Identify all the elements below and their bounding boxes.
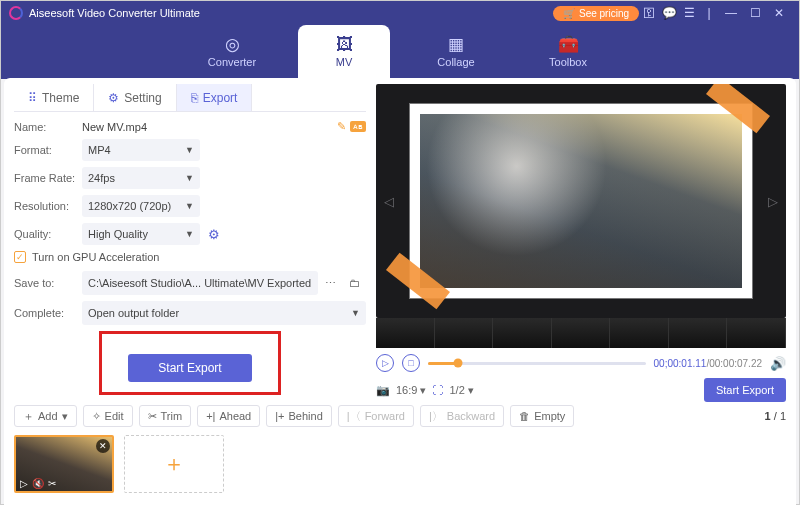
start-export-button[interactable]: Start Export xyxy=(128,354,252,382)
open-folder-icon[interactable]: 🗀 xyxy=(342,277,366,289)
framerate-label: Frame Rate: xyxy=(14,172,82,184)
clip-thumbnail[interactable]: ✕ ▷ 🔇 ✂ xyxy=(14,435,114,493)
minimize-button[interactable]: — xyxy=(719,6,743,20)
framerate-select[interactable]: 24fps▼ xyxy=(82,167,200,189)
tab-collage[interactable]: ▦ Collage xyxy=(410,25,502,79)
empty-button[interactable]: 🗑Empty xyxy=(510,405,574,427)
framerate-value: 24fps xyxy=(88,172,115,184)
quality-settings-icon[interactable]: ⚙ xyxy=(208,227,220,242)
complete-select[interactable]: Open output folder ▼ xyxy=(82,301,366,325)
clip-area: ＋Add▾ ✧Edit ✂Trim +|Ahead |+Behind |〈For… xyxy=(14,395,786,493)
app-title: Aiseesoft Video Converter Ultimate xyxy=(29,7,200,19)
trim-button[interactable]: ✂Trim xyxy=(139,405,192,427)
pager: 1 / 1 xyxy=(765,410,786,422)
prev-arrow-icon[interactable]: ◁ xyxy=(384,194,394,209)
subtab-theme[interactable]: ⠿Theme xyxy=(14,84,94,111)
add-button[interactable]: ＋Add▾ xyxy=(14,405,77,427)
complete-value: Open output folder xyxy=(88,307,179,319)
cart-icon: 🛒 xyxy=(563,8,575,19)
forward-icon: |〈 xyxy=(347,409,361,424)
resolution-label: Resolution: xyxy=(14,200,82,212)
resolution-select[interactable]: 1280x720 (720p)▼ xyxy=(82,195,200,217)
play-icon[interactable]: ▷ xyxy=(20,478,28,489)
preview-frame xyxy=(410,104,752,298)
collage-icon: ▦ xyxy=(448,36,464,53)
tab-label: MV xyxy=(336,56,353,68)
subtab-label: Export xyxy=(203,91,238,105)
browse-button[interactable]: ⋯ xyxy=(318,277,342,290)
plus-icon: ＋ xyxy=(23,409,34,424)
quality-select[interactable]: High Quality▼ xyxy=(82,223,200,245)
gpu-label: Turn on GPU Acceleration xyxy=(32,251,159,263)
content-area: ⠿Theme ⚙Setting ⎘Export Name: New MV.mp4… xyxy=(4,78,796,505)
export-panel: ⠿Theme ⚙Setting ⎘Export Name: New MV.mp4… xyxy=(14,84,366,395)
seek-slider[interactable] xyxy=(428,362,646,365)
menu-icon[interactable]: ☰ xyxy=(679,6,699,20)
maximize-button[interactable]: ☐ xyxy=(743,6,767,20)
snapshot-icon[interactable]: 📷 xyxy=(376,384,390,397)
format-select[interactable]: MP4▼ xyxy=(82,139,200,161)
video-preview[interactable]: ◁ ▷ xyxy=(376,84,786,318)
backward-button[interactable]: |〉Backward xyxy=(420,405,504,427)
checkbox-checked-icon: ✓ xyxy=(14,251,26,263)
subtab-export[interactable]: ⎘Export xyxy=(177,84,253,111)
player-controls: ▷ □ 00;00:01.11/00:00:07.22 🔊 xyxy=(376,348,786,378)
rename-badge-icon[interactable]: ᴀʙ xyxy=(350,121,366,132)
edit-button[interactable]: ✧Edit xyxy=(83,405,133,427)
export-icon: ⎘ xyxy=(191,91,198,105)
clip-toolbar: ＋Add▾ ✧Edit ✂Trim +|Ahead |+Behind |〈For… xyxy=(14,405,786,435)
main-nav: ◎ Converter 🖼 MV ▦ Collage 🧰 Toolbox xyxy=(1,25,799,79)
volume-icon[interactable]: 🔊 xyxy=(770,356,786,371)
fullscreen-icon[interactable]: ⛶ xyxy=(432,384,443,396)
tab-mv[interactable]: 🖼 MV xyxy=(298,25,390,79)
preview-panel: ◁ ▷ ▷ □ 00;00:01.11/00:00:07.22 🔊 📷 16:9… xyxy=(376,84,786,406)
app-logo-icon xyxy=(9,6,23,20)
name-value: New MV.mp4 xyxy=(82,121,331,133)
play-button[interactable]: ▷ xyxy=(376,354,394,372)
highlight-annotation: Start Export xyxy=(99,331,281,395)
edit-name-icon[interactable]: ✎ xyxy=(337,120,346,133)
start-export-button-2[interactable]: Start Export xyxy=(704,378,786,402)
quality-label: Quality: xyxy=(14,228,82,240)
quality-value: High Quality xyxy=(88,228,148,240)
tab-toolbox[interactable]: 🧰 Toolbox xyxy=(522,25,614,79)
tab-label: Toolbox xyxy=(549,56,587,68)
forward-button[interactable]: |〈Forward xyxy=(338,405,414,427)
tab-label: Collage xyxy=(437,56,474,68)
behind-button[interactable]: |+Behind xyxy=(266,405,332,427)
close-button[interactable]: ✕ xyxy=(767,6,791,20)
subtab-label: Theme xyxy=(42,91,79,105)
feedback-icon[interactable]: 💬 xyxy=(659,6,679,20)
key-icon[interactable]: ⚿ xyxy=(639,6,659,20)
chevron-down-icon: ▾ xyxy=(62,410,68,423)
zoom-select[interactable]: 1/2 ▾ xyxy=(449,384,473,397)
trash-icon: 🗑 xyxy=(519,410,530,422)
see-pricing-button[interactable]: 🛒 See pricing xyxy=(553,6,639,21)
tab-converter[interactable]: ◎ Converter xyxy=(186,25,278,79)
chevron-down-icon: ▼ xyxy=(185,201,194,211)
mute-icon[interactable]: 🔇 xyxy=(32,478,44,489)
behind-icon: |+ xyxy=(275,410,284,422)
gpu-checkbox-row[interactable]: ✓ Turn on GPU Acceleration xyxy=(14,251,366,263)
aspect-select[interactable]: 16:9 ▾ xyxy=(396,384,426,397)
add-clip-placeholder[interactable]: ＋ xyxy=(124,435,224,493)
export-form: Name: New MV.mp4 ✎ ᴀʙ Format: MP4▼ Frame… xyxy=(14,112,366,395)
divider-icon: | xyxy=(699,6,719,20)
chevron-down-icon: ▼ xyxy=(185,145,194,155)
subtabs: ⠿Theme ⚙Setting ⎘Export xyxy=(14,84,366,112)
saveto-label: Save to: xyxy=(14,277,82,289)
stop-button[interactable]: □ xyxy=(402,354,420,372)
subtab-label: Setting xyxy=(124,91,161,105)
see-pricing-label: See pricing xyxy=(579,8,629,19)
saveto-path[interactable]: C:\Aiseesoft Studio\A... Ultimate\MV Exp… xyxy=(82,271,318,295)
ahead-button[interactable]: +|Ahead xyxy=(197,405,260,427)
timeline-strip[interactable] xyxy=(376,318,786,348)
chevron-down-icon: ▼ xyxy=(351,308,360,318)
format-value: MP4 xyxy=(88,144,111,156)
remove-clip-icon[interactable]: ✕ xyxy=(96,439,110,453)
trim-icon[interactable]: ✂ xyxy=(48,478,56,489)
next-arrow-icon[interactable]: ▷ xyxy=(768,194,778,209)
resolution-value: 1280x720 (720p) xyxy=(88,200,171,212)
subtab-setting[interactable]: ⚙Setting xyxy=(94,84,176,111)
mv-icon: 🖼 xyxy=(336,36,353,53)
